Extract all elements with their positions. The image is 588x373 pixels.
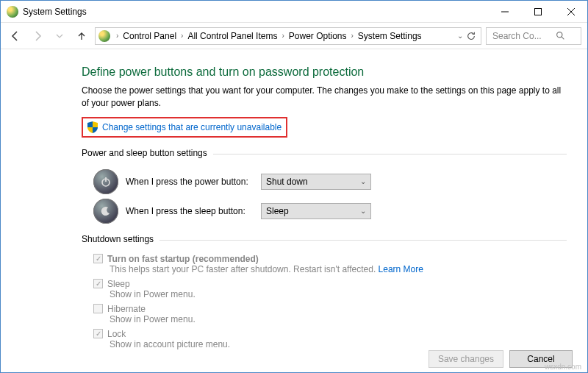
recent-dropdown-icon[interactable] [51, 27, 68, 45]
checkbox[interactable] [93, 279, 103, 288]
combobox-value: Shut down [266, 177, 308, 187]
sleep-button-combobox[interactable]: Sleep ⌄ [261, 203, 371, 219]
save-changes-button[interactable]: Save changes [429, 350, 503, 368]
chevron-right-icon[interactable]: › [279, 32, 287, 40]
maximize-button[interactable] [521, 1, 554, 23]
power-button-label: When I press the power button: [126, 177, 254, 187]
combobox-value: Sleep [266, 206, 289, 216]
location-icon [98, 30, 110, 42]
option-description: Show in Power menu. [110, 289, 567, 299]
search-box[interactable] [486, 27, 581, 45]
close-button[interactable] [554, 1, 587, 23]
titlebar: System Settings [1, 1, 587, 23]
refresh-icon[interactable] [466, 31, 476, 41]
sleep-icon [93, 199, 118, 224]
content-pane: Define power buttons and turn on passwor… [1, 49, 587, 349]
svg-rect-0 [534, 8, 541, 15]
shutdown-option: HibernateShow in Power menu. [93, 304, 567, 324]
breadcrumb-item[interactable]: System Settings [356, 31, 423, 41]
app-icon [7, 6, 18, 18]
shutdown-option: Turn on fast startup (recommended)This h… [93, 254, 567, 274]
option-title: Hibernate [107, 304, 146, 314]
power-button-combobox[interactable]: Shut down ⌄ [261, 174, 371, 190]
forward-button[interactable] [29, 27, 46, 45]
breadcrumb-item[interactable]: Power Options [287, 31, 348, 41]
power-icon [93, 169, 118, 194]
option-title: Lock [107, 329, 126, 339]
learn-more-link[interactable]: Learn More [379, 264, 423, 274]
power-button-row: When I press the power button: Shut down… [93, 169, 567, 194]
chevron-right-icon[interactable]: › [113, 32, 121, 40]
search-icon[interactable] [556, 31, 565, 40]
back-button[interactable] [7, 27, 24, 45]
shutdown-settings-group: Shutdown settings Turn on fast startup (… [82, 234, 567, 349]
svg-point-1 [557, 32, 562, 38]
chevron-down-icon[interactable]: ⌄ [457, 32, 463, 40]
sleep-button-label: When I press the sleep button: [126, 206, 254, 216]
chevron-right-icon[interactable]: › [348, 32, 356, 40]
checkbox[interactable] [93, 254, 103, 263]
up-button[interactable] [73, 27, 90, 45]
page-description: Choose the power settings that you want … [82, 85, 567, 110]
chevron-down-icon: ⌄ [360, 177, 366, 185]
minimize-button[interactable] [488, 1, 521, 23]
chevron-right-icon[interactable]: › [178, 32, 186, 40]
option-description: This helps start your PC faster after sh… [110, 264, 567, 274]
search-input[interactable] [491, 30, 556, 42]
shutdown-option: SleepShow in Power menu. [93, 279, 567, 299]
group-label: Shutdown settings [82, 234, 159, 244]
option-title: Sleep [107, 279, 130, 289]
window-title: System Settings [23, 7, 87, 17]
breadcrumb[interactable]: › Control Panel › All Control Panel Item… [95, 27, 481, 45]
sleep-button-row: When I press the sleep button: Sleep ⌄ [93, 199, 567, 224]
checkbox[interactable] [93, 329, 103, 338]
chevron-down-icon: ⌄ [360, 207, 366, 215]
option-description: Show in Power menu. [110, 314, 567, 324]
power-sleep-group: Power and sleep button settings When I p… [82, 148, 567, 224]
change-settings-link[interactable]: Change settings that are currently unava… [102, 122, 282, 132]
address-bar: › Control Panel › All Control Panel Item… [1, 23, 587, 49]
breadcrumb-item[interactable]: All Control Panel Items [186, 31, 279, 41]
option-description: Show in account picture menu. [110, 339, 567, 349]
shield-icon [87, 121, 98, 133]
breadcrumb-item[interactable]: Control Panel [121, 31, 178, 41]
group-label: Power and sleep button settings [82, 148, 213, 158]
elevated-link-row: Change settings that are currently unava… [82, 117, 287, 138]
option-title: Turn on fast startup (recommended) [107, 254, 259, 264]
checkbox[interactable] [93, 304, 103, 313]
watermark: wsxdn.com [545, 363, 581, 371]
page-title: Define power buttons and turn on passwor… [82, 65, 567, 79]
shutdown-option: LockShow in account picture menu. [93, 329, 567, 349]
